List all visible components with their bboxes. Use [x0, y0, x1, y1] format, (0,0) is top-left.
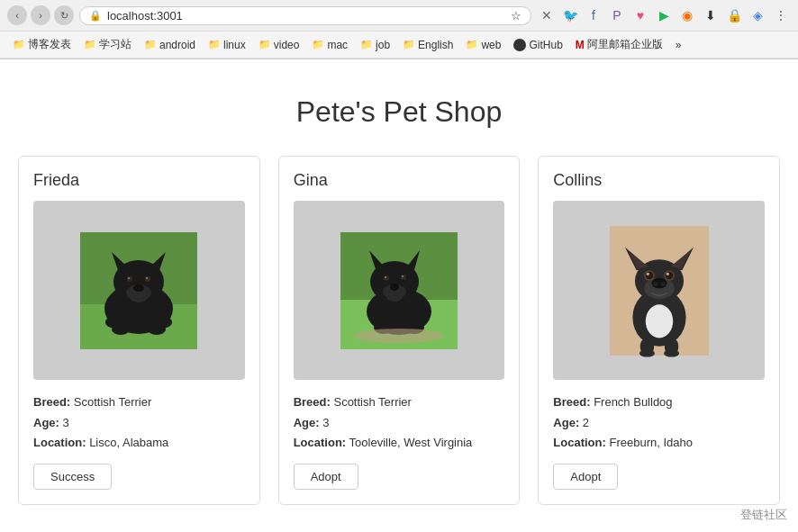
bookmark-more[interactable]: »	[670, 37, 687, 53]
svg-point-31	[386, 293, 403, 302]
folder-icon: 📁	[144, 39, 157, 50]
ext-icon-10[interactable]: ◈	[748, 5, 767, 25]
pet-name-gina: Gina	[294, 171, 505, 190]
svg-point-11	[146, 277, 148, 279]
ext-icon-5[interactable]: ♥	[630, 5, 650, 25]
folder-icon: 📁	[312, 39, 324, 50]
svg-point-47	[645, 272, 652, 279]
svg-point-10	[128, 277, 130, 279]
browser-nav-buttons: ‹ › ↻	[7, 5, 74, 25]
page-title: Pete's Pet Shop	[18, 95, 780, 129]
pet-location-value: Lisco, Alabama	[89, 436, 168, 449]
pet-breed-value: Scottish Terrier	[74, 395, 151, 409]
svg-point-14	[105, 316, 127, 329]
pet-age-line: Age: 3	[294, 413, 505, 433]
pet-location-value: Freeburn, Idaho	[609, 436, 693, 449]
pet-location-line: Location: Freeburn, Idaho	[553, 433, 765, 453]
svg-point-8	[127, 276, 132, 282]
bookmark-job[interactable]: 📁 job	[355, 37, 395, 53]
toolbar-icons: ✕ 🐦 f P ♥ ▶ ◉ ⬇ 🔒 ◈ ⋮	[537, 5, 791, 25]
pet-age-line: Age: 3	[33, 413, 245, 433]
bookmark-learn[interactable]: 📁 学习站	[78, 35, 137, 54]
star-icon[interactable]: ☆	[511, 9, 521, 23]
bookmark-label: 博客发表	[28, 37, 71, 52]
watermark: 登链社区	[737, 505, 791, 523]
pets-grid: Frieda	[18, 156, 780, 505]
page-content: Pete's Pet Shop Frieda	[0, 59, 798, 523]
back-button[interactable]: ‹	[7, 5, 27, 25]
bookmark-label: 学习站	[99, 37, 131, 52]
svg-point-44	[660, 282, 665, 286]
browser-toolbar: ‹ › ↻ 🔒 localhost:3001 ☆ ✕ 🐦 f P ♥ ▶ ◉ ⬇…	[0, 0, 798, 32]
browser-chrome: ‹ › ↻ 🔒 localhost:3001 ☆ ✕ 🐦 f P ♥ ▶ ◉ ⬇…	[0, 0, 798, 59]
svg-point-48	[665, 272, 672, 279]
breed-label: Breed:	[33, 395, 70, 409]
age-label: Age:	[294, 416, 320, 429]
adopt-button-gina[interactable]: Adopt	[294, 464, 358, 490]
folder-icon: 📁	[360, 39, 373, 50]
pet-breed-line: Breed: Scottish Terrier	[294, 392, 505, 412]
folder-icon: 📁	[84, 39, 96, 50]
ext-icon-6[interactable]: ▶	[654, 5, 674, 25]
location-label: Location:	[33, 436, 86, 449]
svg-point-28	[402, 275, 404, 277]
bookmark-english[interactable]: 📁 English	[397, 37, 458, 53]
pet-info-gina: Breed: Scottish Terrier Age: 3 Location:…	[294, 392, 505, 452]
bookmarks-bar: 📁 博客发表 📁 学习站 📁 android 📁 linux 📁 video 📁…	[0, 32, 798, 59]
pet-name-collins: Collins	[553, 171, 765, 190]
dog-image-svg	[610, 223, 709, 358]
ext-icon-1[interactable]: ✕	[537, 5, 557, 25]
svg-point-54	[664, 349, 679, 356]
bookmark-video[interactable]: 📁 video	[253, 37, 305, 53]
pet-image-collins	[553, 201, 765, 380]
bookmark-github[interactable]: GitHub	[508, 37, 567, 53]
svg-point-7	[133, 284, 144, 292]
pet-age-value: 3	[322, 416, 329, 429]
bookmark-linux[interactable]: 📁 linux	[203, 37, 251, 53]
forward-button[interactable]: ›	[31, 5, 50, 25]
pet-card-gina: Gina	[278, 156, 521, 505]
svg-point-35	[645, 304, 672, 338]
pet-card-collins: Collins	[538, 156, 780, 505]
bookmark-android[interactable]: 📁 android	[139, 37, 201, 53]
ext-icon-4[interactable]: P	[607, 5, 627, 25]
bookmark-mail[interactable]: M 阿里邮箱企业版	[570, 35, 668, 54]
chevron-right-icon: »	[676, 39, 682, 51]
svg-point-50	[666, 272, 668, 275]
bookmark-web[interactable]: 📁 web	[460, 37, 506, 53]
adopt-button-collins[interactable]: Adopt	[553, 464, 618, 490]
folder-icon: 📁	[208, 39, 221, 50]
bookmark-label: video	[274, 39, 300, 51]
svg-point-25	[384, 275, 389, 281]
breed-label: Breed:	[553, 395, 590, 409]
menu-button[interactable]: ⋮	[771, 5, 791, 25]
adopt-button-frieda[interactable]: Success	[33, 464, 112, 490]
svg-point-9	[145, 276, 150, 282]
ext-icon-7[interactable]: ◉	[677, 5, 697, 25]
mail-icon: M	[576, 39, 585, 51]
refresh-button[interactable]: ↻	[54, 5, 74, 25]
ext-icon-2[interactable]: 🐦	[560, 5, 580, 25]
pet-name-frieda: Frieda	[33, 171, 245, 190]
bookmark-blog[interactable]: 📁 博客发表	[7, 35, 77, 54]
pet-age-value: 2	[583, 416, 589, 429]
pet-info-frieda: Breed: Scottish Terrier Age: 3 Location:…	[33, 392, 245, 452]
bookmark-label: web	[481, 39, 501, 51]
location-label: Location:	[294, 436, 347, 449]
address-bar[interactable]: 🔒 localhost:3001 ☆	[79, 6, 531, 25]
svg-point-32	[354, 329, 444, 343]
bookmark-label: English	[418, 39, 453, 51]
bookmark-mac[interactable]: 📁 mac	[306, 37, 353, 53]
age-label: Age:	[33, 416, 59, 429]
ext-icon-9[interactable]: 🔒	[724, 5, 744, 25]
folder-icon: 📁	[13, 39, 25, 50]
bookmark-label: GitHub	[529, 39, 562, 51]
ext-icon-3[interactable]: f	[584, 5, 603, 25]
ext-icon-8[interactable]: ⬇	[701, 5, 721, 25]
svg-point-16	[130, 292, 148, 302]
svg-point-43	[653, 282, 657, 286]
pet-image-gina	[294, 201, 505, 380]
pet-age-value: 3	[63, 416, 69, 429]
svg-point-49	[646, 272, 648, 275]
pet-location-line: Location: Tooleville, West Virginia	[294, 433, 505, 453]
